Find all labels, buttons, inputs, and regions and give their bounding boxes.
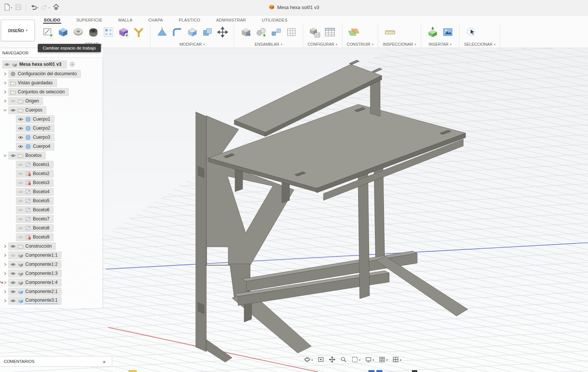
tree-item-boceto3[interactable]: Boceto3 bbox=[0, 178, 102, 187]
tree-item-componente1-1[interactable]: Componente1:1 bbox=[0, 251, 102, 260]
visibility-eye-icon[interactable] bbox=[18, 199, 23, 203]
tree-item-configuración-del-documento[interactable]: Configuración del documento bbox=[0, 69, 102, 78]
select-tool-button[interactable] bbox=[464, 25, 478, 40]
tree-item-componente1-2[interactable]: Componente1:2 bbox=[0, 260, 102, 269]
group-dropdown-configurar[interactable]: CONFIGURAR▾ bbox=[308, 42, 337, 46]
chevron-down-icon[interactable]: ▾ bbox=[48, 6, 50, 9]
tab-superficie[interactable]: SUPERFICIE bbox=[76, 18, 103, 24]
workspace-selector-button[interactable]: DISEÑO ▾ bbox=[1, 20, 35, 41]
save-button[interactable] bbox=[14, 2, 23, 13]
look-at-button[interactable] bbox=[317, 355, 325, 365]
expander-icon[interactable] bbox=[2, 243, 8, 249]
chevron-down-icon[interactable]: ▾ bbox=[359, 358, 361, 362]
chevron-down-icon[interactable]: ▾ bbox=[373, 358, 374, 362]
move-tool-button[interactable] bbox=[215, 25, 229, 40]
expander-icon[interactable] bbox=[2, 271, 8, 276]
visibility-eye-icon[interactable] bbox=[10, 271, 16, 276]
visibility-eye-icon[interactable] bbox=[10, 281, 16, 285]
tree-item-boceto1[interactable]: Boceto1 bbox=[0, 160, 102, 169]
redo-button[interactable]: ▾ bbox=[40, 2, 51, 13]
chevron-down-icon[interactable]: ▾ bbox=[311, 358, 313, 362]
group-dropdown-inspeccionar[interactable]: INSPECCIONAR▾ bbox=[383, 42, 416, 46]
tree-root-item[interactable]: Mesa hexa sol01 v3 bbox=[0, 59, 102, 69]
tree-item-boceto6[interactable]: Boceto6 bbox=[0, 205, 102, 214]
tree-item-componente2-1[interactable]: Componente2:1 bbox=[0, 287, 102, 296]
display-settings-button[interactable]: ▾ bbox=[364, 355, 375, 365]
visibility-eye-icon[interactable] bbox=[18, 226, 23, 230]
file-menu-button[interactable]: ▾ bbox=[2, 2, 13, 13]
chevron-down-icon[interactable]: ▾ bbox=[11, 6, 12, 9]
fillet-tool-button[interactable] bbox=[170, 25, 184, 40]
visibility-eye-icon[interactable] bbox=[18, 135, 23, 140]
home-button[interactable] bbox=[51, 2, 61, 13]
configuration-table-tool-button[interactable] bbox=[323, 25, 337, 40]
as-built-joint-tool-button[interactable] bbox=[269, 25, 283, 40]
visibility-eye-icon[interactable] bbox=[4, 62, 10, 67]
expander-icon[interactable] bbox=[2, 253, 8, 258]
orbit-button[interactable]: ▾ bbox=[303, 355, 314, 365]
tree-item-cuerpo1[interactable]: Cuerpo1 bbox=[0, 115, 102, 124]
visibility-eye-icon[interactable] bbox=[10, 99, 16, 103]
chevron-down-icon[interactable]: ▾ bbox=[400, 358, 401, 362]
tree-item-cuerpo4[interactable]: Cuerpo4 bbox=[0, 142, 102, 151]
group-dropdown-modificar[interactable]: MODIFICAR▾ bbox=[155, 42, 229, 46]
primitive-box-tool-button[interactable] bbox=[116, 25, 130, 40]
tree-item-cuerpo3[interactable]: Cuerpo3 bbox=[0, 133, 102, 142]
visibility-eye-icon[interactable] bbox=[10, 262, 16, 267]
expander-icon[interactable] bbox=[2, 107, 8, 113]
combine-tool-button[interactable] bbox=[200, 25, 214, 40]
visibility-eye-icon[interactable] bbox=[10, 244, 16, 248]
tree-item-origen[interactable]: Origen bbox=[0, 96, 102, 105]
pan-button[interactable] bbox=[328, 355, 336, 365]
motion-link-tool-button[interactable] bbox=[284, 25, 298, 40]
tab-plástico[interactable]: PLÁSTICO bbox=[178, 18, 201, 24]
tab-administrar[interactable]: ADMINISTRAR bbox=[215, 18, 247, 24]
pipe-tool-button[interactable] bbox=[132, 25, 145, 40]
visibility-eye-icon[interactable] bbox=[18, 117, 23, 121]
tree-item-boceto7[interactable]: Boceto7 bbox=[0, 214, 102, 223]
shell-tool-button[interactable] bbox=[185, 25, 199, 40]
tab-chapa[interactable]: CHAPA bbox=[148, 18, 164, 24]
revolve-tool-button[interactable] bbox=[71, 25, 85, 40]
tree-item-boceto5[interactable]: Boceto5 bbox=[0, 196, 102, 205]
tree-item-componente1-3[interactable]: Componente1:3 bbox=[0, 269, 102, 278]
visibility-eye-icon[interactable] bbox=[18, 126, 23, 130]
activate-component-radio-icon[interactable] bbox=[70, 62, 75, 67]
visibility-eye-icon[interactable] bbox=[10, 108, 16, 112]
expander-icon[interactable] bbox=[2, 89, 8, 95]
hole-tool-button[interactable] bbox=[86, 25, 100, 40]
tree-item-cuerpos[interactable]: Cuerpos bbox=[0, 105, 102, 115]
tree-item-bocetos[interactable]: Bocetos bbox=[0, 151, 102, 160]
tree-item-boceto2[interactable]: Boceto2 bbox=[0, 169, 102, 178]
decal-tool-button[interactable] bbox=[441, 25, 455, 40]
viewports-button[interactable]: ▾ bbox=[391, 355, 402, 365]
tree-item-boceto8[interactable]: Boceto8 bbox=[0, 223, 102, 232]
extrude-tool-button[interactable] bbox=[56, 25, 70, 40]
configure-tool-button[interactable] bbox=[308, 25, 322, 40]
tree-item-construcción[interactable]: Construcción bbox=[0, 242, 102, 251]
visibility-eye-icon[interactable] bbox=[18, 144, 23, 149]
grid-settings-button[interactable]: ▾ bbox=[378, 355, 388, 365]
tab-utilidades[interactable]: UTILIDADES bbox=[261, 18, 288, 24]
visibility-eye-icon[interactable] bbox=[18, 172, 23, 176]
tree-item-componente1-4[interactable]: Componente1:4 bbox=[0, 278, 102, 287]
measure-tool-button[interactable] bbox=[383, 25, 397, 40]
tree-item-conjuntos-de-selección[interactable]: Conjuntos de selección bbox=[0, 87, 102, 96]
pattern-tool-button[interactable] bbox=[101, 25, 115, 40]
visibility-eye-icon[interactable] bbox=[18, 217, 23, 221]
insert-derive-tool-button[interactable] bbox=[426, 25, 439, 40]
fit-button[interactable]: ▾ bbox=[351, 355, 361, 365]
visibility-eye-icon[interactable] bbox=[18, 163, 23, 167]
expander-icon[interactable] bbox=[2, 289, 8, 294]
zoom-button[interactable] bbox=[339, 355, 348, 365]
expander-icon[interactable] bbox=[2, 153, 8, 158]
add-comment-button[interactable]: + bbox=[100, 358, 108, 365]
visibility-eye-icon[interactable] bbox=[18, 208, 23, 212]
expander-icon[interactable] bbox=[2, 262, 8, 267]
press-pull-tool-button[interactable] bbox=[155, 25, 169, 40]
group-dropdown-seleccionar[interactable]: SELECCIONAR▾ bbox=[464, 42, 495, 46]
new-component-tool-button[interactable] bbox=[239, 25, 253, 40]
visibility-eye-icon[interactable] bbox=[10, 299, 16, 303]
group-dropdown-ensamblar[interactable]: ENSAMBLAR▾ bbox=[239, 42, 298, 46]
expander-icon[interactable] bbox=[2, 298, 8, 303]
